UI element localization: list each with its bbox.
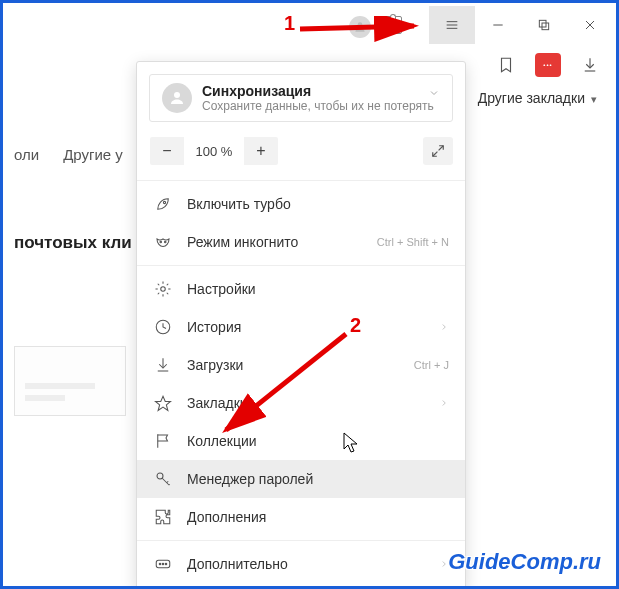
svg-point-14 xyxy=(160,241,162,243)
menu-item-label: История xyxy=(187,319,241,335)
menu-shortcut: Ctrl + Shift + N xyxy=(377,236,449,248)
menu-button[interactable] xyxy=(429,6,475,44)
chevron-right-icon xyxy=(439,395,449,411)
zoom-in-button[interactable]: + xyxy=(244,137,278,165)
menu-item-addons[interactable]: Дополнения xyxy=(137,498,465,536)
menu-item-label: Закладки xyxy=(187,395,248,411)
key-icon xyxy=(153,469,173,489)
chevron-right-icon xyxy=(439,319,449,335)
svg-point-15 xyxy=(165,241,167,243)
rocket-icon xyxy=(153,194,173,214)
zoom-level-label: 100 % xyxy=(184,137,244,165)
menu-item-label: Дополнительно xyxy=(187,556,288,572)
menu-item-label: Настройки xyxy=(187,281,256,297)
sync-title: Синхронизация xyxy=(202,83,434,99)
page-thumbnail[interactable] xyxy=(14,346,126,416)
menu-item-label: Дополнения xyxy=(187,509,266,525)
chevron-down-icon xyxy=(428,85,440,103)
svg-line-11 xyxy=(439,146,444,151)
menu-item-settings[interactable]: Настройки xyxy=(137,270,465,308)
right-toolbar: ••• xyxy=(495,53,601,77)
menu-item-password-manager[interactable]: Менеджер паролей xyxy=(137,460,465,498)
zoom-controls: − 100 % + xyxy=(137,134,465,176)
star-icon xyxy=(153,393,173,413)
tab-fragment-2[interactable]: Другие у xyxy=(63,146,123,163)
annotation-number-1: 1 xyxy=(284,12,295,35)
svg-rect-6 xyxy=(542,23,549,30)
svg-point-13 xyxy=(163,201,165,203)
mask-icon xyxy=(153,232,173,252)
menu-item-downloads[interactable]: Загрузки Ctrl + J xyxy=(137,346,465,384)
svg-point-0 xyxy=(358,22,363,27)
svg-marker-19 xyxy=(156,396,171,410)
gear-icon xyxy=(153,279,173,299)
puzzle-icon xyxy=(153,507,173,527)
svg-point-24 xyxy=(165,563,167,565)
watermark: GuideComp.ru xyxy=(448,549,601,575)
flag-icon xyxy=(153,431,173,451)
annotation-number-2: 2 xyxy=(350,314,361,337)
zoom-out-button[interactable]: − xyxy=(150,137,184,165)
menu-item-label: Режим инкогнито xyxy=(187,234,298,250)
download-icon xyxy=(153,355,173,375)
avatar-icon xyxy=(162,83,192,113)
page-section-title: почтовых кли xyxy=(6,233,132,253)
page-tabs-fragment: оли Другие у xyxy=(6,146,123,163)
bookmarks-folder-dropdown[interactable]: Другие закладки xyxy=(478,90,597,106)
tab-fragment-1[interactable]: оли xyxy=(14,146,39,163)
svg-point-22 xyxy=(159,563,161,565)
fullscreen-button[interactable] xyxy=(423,137,453,165)
sync-card[interactable]: Синхронизация Сохраните данные, чтобы их… xyxy=(149,74,453,122)
svg-line-12 xyxy=(433,152,438,157)
sync-subtitle: Сохраните данные, чтобы их не потерять xyxy=(202,99,434,113)
menu-item-label: Включить турбо xyxy=(187,196,291,212)
menu-item-history[interactable]: История xyxy=(137,308,465,346)
menu-item-incognito[interactable]: Режим инкогнито Ctrl + Shift + N xyxy=(137,223,465,261)
svg-point-20 xyxy=(157,473,163,479)
close-button[interactable] xyxy=(567,6,613,44)
extension-lastpass-icon[interactable]: ••• xyxy=(535,53,561,77)
bookmark-icon[interactable] xyxy=(495,54,517,76)
clock-icon xyxy=(153,317,173,337)
svg-rect-5 xyxy=(539,20,546,27)
window-titlebar xyxy=(429,6,613,44)
maximize-button[interactable] xyxy=(521,6,567,44)
menu-item-collections[interactable]: Коллекции xyxy=(137,422,465,460)
menu-item-label: Коллекции xyxy=(187,433,257,449)
svg-point-10 xyxy=(174,92,180,98)
menu-item-label: Менеджер паролей xyxy=(187,471,313,487)
svg-point-16 xyxy=(161,287,166,292)
svg-point-23 xyxy=(162,563,164,565)
minimize-button[interactable] xyxy=(475,6,521,44)
menu-item-label: Загрузки xyxy=(187,357,243,373)
mouse-cursor-icon xyxy=(343,432,361,454)
menu-item-more[interactable]: Дополнительно xyxy=(137,545,465,583)
downloads-icon[interactable] xyxy=(579,54,601,76)
more-icon xyxy=(153,554,173,574)
menu-item-turbo[interactable]: Включить турбо xyxy=(137,185,465,223)
extension-icon[interactable] xyxy=(384,16,402,34)
profile-icon[interactable] xyxy=(349,16,371,38)
menu-item-bookmarks[interactable]: Закладки xyxy=(137,384,465,422)
main-menu-dropdown: Синхронизация Сохраните данные, чтобы их… xyxy=(136,61,466,589)
menu-shortcut: Ctrl + J xyxy=(414,359,449,371)
